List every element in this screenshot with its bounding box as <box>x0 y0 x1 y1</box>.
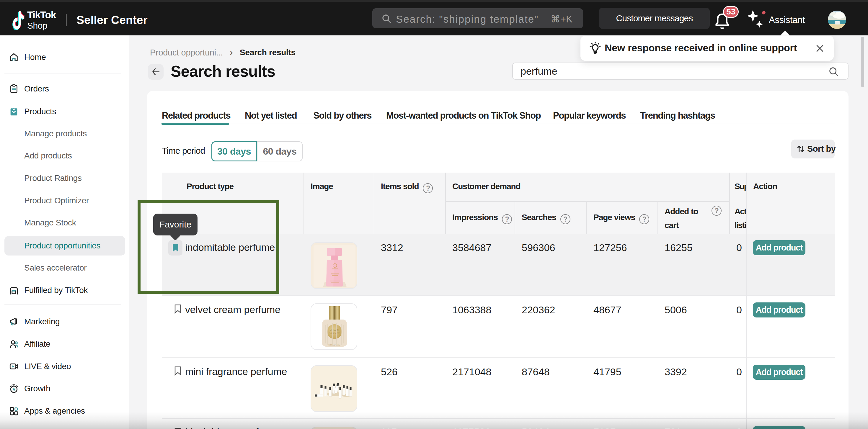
svg-text:CREAM: CREAM <box>330 328 340 331</box>
svg-text:VELVET: VELVET <box>330 332 340 335</box>
